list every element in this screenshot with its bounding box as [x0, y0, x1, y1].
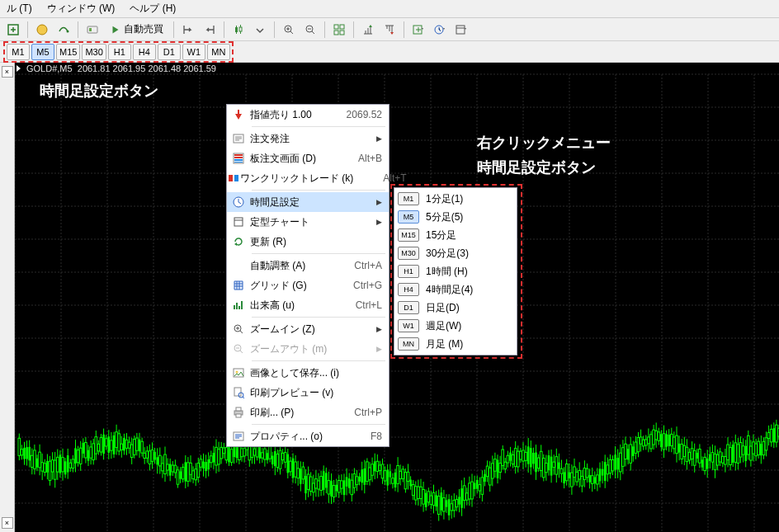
submenu-arrow-icon: ▶	[374, 198, 382, 206]
svg-rect-271	[300, 468, 302, 484]
timeframe-submenu-item-m5[interactable]: M55分足(5)	[396, 208, 515, 226]
svg-rect-497	[588, 475, 591, 483]
svg-rect-335	[381, 464, 384, 478]
svg-rect-157	[153, 452, 156, 460]
svg-rect-347	[397, 465, 399, 483]
timeframe-submenu-item-mn[interactable]: MN月足 (M)	[396, 335, 515, 353]
indicators-up-icon[interactable]	[358, 20, 378, 40]
svg-rect-3	[87, 26, 97, 33]
svg-rect-591	[709, 454, 711, 461]
svg-point-665	[236, 371, 238, 374]
panel-close-icon-2[interactable]: ×	[2, 517, 13, 529]
panel-close-icon[interactable]: ×	[2, 66, 13, 78]
menu-templates[interactable]: 定型チャート ▶	[227, 212, 389, 232]
svg-rect-641	[773, 428, 776, 442]
zoom-out-icon[interactable]	[300, 20, 320, 40]
menu-zoom-in[interactable]: ズームイン (Z) ▶	[227, 319, 389, 339]
arrange-windows-icon[interactable]	[329, 20, 349, 40]
chart-style-dropdown-icon[interactable]	[250, 20, 270, 40]
indicators-down-icon[interactable]	[380, 20, 399, 40]
timeframe-submenu-item-d1[interactable]: D1日足(D)	[396, 299, 515, 317]
timeframes-dropdown-icon[interactable]	[430, 20, 450, 40]
menu-window[interactable]: ウィンドウ (W)	[44, 0, 119, 17]
menu-print[interactable]: 印刷... (P) Ctrl+P	[227, 403, 389, 422]
timeframe-button-mn[interactable]: MN	[207, 44, 230, 60]
signals-icon[interactable]	[54, 20, 73, 40]
metaquotes-icon[interactable]	[32, 20, 52, 40]
auto-trade-button[interactable]: 自動売買	[104, 20, 169, 40]
auto-scroll-icon[interactable]	[200, 20, 220, 40]
volume-icon	[227, 295, 250, 315]
svg-rect-139	[130, 445, 133, 457]
menu-new-order[interactable]: 注文発注 ▶	[227, 129, 389, 148]
svg-rect-563	[673, 437, 676, 449]
svg-rect-263	[290, 461, 292, 472]
annotation-right-2: 時間足設定ボタン	[477, 158, 596, 177]
timeframe-button-d1[interactable]: D1	[158, 44, 181, 60]
timeframe-submenu-item-w1[interactable]: W1週足(W)	[396, 317, 515, 335]
svg-rect-669	[236, 407, 241, 411]
submenu-arrow-icon: ▶	[374, 134, 382, 143]
menu-volume-label: 出来高 (u)	[250, 299, 339, 313]
candlestick-chart-icon[interactable]	[229, 20, 248, 40]
menu-refresh[interactable]: 更新 (R)	[227, 232, 389, 252]
menu-volumes[interactable]: 出来高 (u) Ctrl+L	[227, 295, 389, 315]
new-chart-dropdown-icon[interactable]	[408, 20, 428, 40]
menu-tool[interactable]: ル (T)	[3, 0, 35, 17]
timeframe-toolbar: M1M5M15M30H1H4D1W1MN	[0, 41, 779, 63]
svg-rect-533	[635, 442, 637, 453]
svg-rect-385	[446, 500, 448, 506]
svg-rect-215	[228, 447, 230, 462]
menu-timeframes[interactable]: 時間足設定 ▶	[227, 192, 389, 212]
menu-properties[interactable]: プロパティ... (o) F8	[227, 426, 389, 446]
menu-grid[interactable]: グリッド (G) Ctrl+G	[227, 275, 389, 295]
annotation-right-1: 右クリックメニュー	[477, 133, 611, 153]
svg-rect-217	[230, 450, 233, 463]
chart-canvas[interactable]: GOLD#,M5 2061.81 2061.95 2061.48 2061.59…	[15, 63, 779, 532]
timeframe-button-m5[interactable]: M5	[31, 44, 54, 60]
svg-rect-203	[213, 453, 215, 463]
svg-rect-69	[41, 463, 44, 471]
svg-rect-293	[328, 481, 330, 494]
timeframe-submenu-label: 日足(D)	[426, 301, 460, 315]
templates-dropdown-icon[interactable]	[451, 20, 471, 40]
timeframe-submenu-item-m15[interactable]: M1515分足	[396, 226, 515, 244]
timeframe-button-m15[interactable]: M15	[56, 44, 80, 60]
menu-depth-of-market[interactable]: 板注文画面 (D) Alt+B	[227, 148, 389, 168]
timeframe-button-h4[interactable]: H4	[133, 44, 156, 60]
svg-rect-469	[553, 462, 555, 468]
timeframe-submenu-label: 4時間足(4)	[426, 283, 473, 297]
new-order-icon[interactable]	[3, 20, 23, 40]
timeframe-button-w1[interactable]: W1	[182, 44, 205, 60]
svg-rect-629	[758, 441, 760, 454]
zoom-in-icon[interactable]	[279, 20, 299, 40]
svg-rect-103	[85, 443, 87, 458]
menu-help[interactable]: ヘルプ (H)	[126, 0, 179, 17]
svg-rect-517	[614, 454, 616, 469]
timeframe-submenu-item-h4[interactable]: H44時間足(4)	[396, 280, 515, 299]
menu-one-click-trading[interactable]: ワンクリックトレード (k) Alt+T	[227, 168, 389, 188]
shift-chart-icon[interactable]	[178, 20, 198, 40]
timeframe-submenu-item-m30[interactable]: M3030分足(3)	[396, 244, 515, 262]
svg-rect-155	[151, 450, 153, 461]
svg-rect-603	[725, 457, 727, 464]
svg-rect-519	[616, 458, 619, 469]
svg-rect-169	[169, 464, 172, 476]
menu-print-preview[interactable]: 印刷プレビュー (v)	[227, 383, 389, 403]
expert-advisors-icon[interactable]	[83, 20, 102, 40]
timeframe-submenu-item-h1[interactable]: H11時間 (H)	[396, 262, 515, 280]
svg-rect-159	[156, 457, 158, 464]
timeframe-submenu-item-m1[interactable]: M11分足(1)	[396, 190, 515, 208]
svg-rect-553	[660, 434, 663, 447]
menu-oneclick-label: ワンクリックトレード (k)	[240, 172, 366, 186]
timeframe-button-h1[interactable]: H1	[108, 44, 131, 60]
timeframe-button-m1[interactable]: M1	[7, 44, 30, 60]
svg-rect-93	[72, 459, 74, 468]
menu-save-as-picture[interactable]: 画像として保存... (i)	[227, 363, 389, 383]
svg-rect-339	[386, 469, 389, 485]
svg-rect-317	[358, 477, 361, 482]
timeframe-button-m30[interactable]: M30	[82, 44, 106, 60]
menu-auto-scale[interactable]: 自動調整 (A) Ctrl+A	[227, 256, 389, 275]
svg-rect-311	[351, 480, 353, 494]
menu-sell-limit[interactable]: 指値売り 1.00 2069.52	[227, 105, 389, 125]
